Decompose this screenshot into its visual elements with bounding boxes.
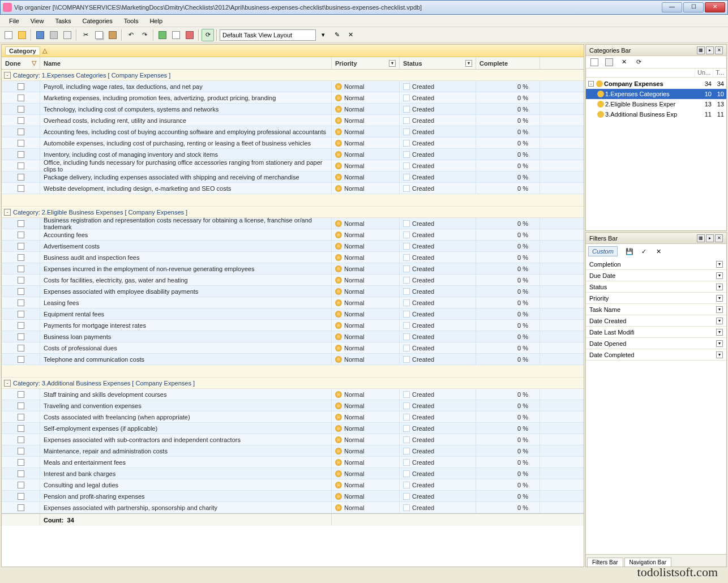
filter-row[interactable]: Due Date▾ [586,270,726,281]
chevron-down-icon[interactable]: ▾ [716,261,723,268]
done-checkbox[interactable] [18,345,24,351]
maximize-button[interactable]: ☐ [683,2,704,12]
done-checkbox[interactable] [18,482,24,488]
task-row[interactable]: Costs associated with freelancing (when … [2,411,584,423]
task-row[interactable]: Traveling and convention expensesNormalC… [2,400,584,411]
toolbar-layout-save-icon[interactable]: ▾ [317,29,329,41]
task-row[interactable]: Expenses associated with employee disabi… [2,286,584,297]
task-row[interactable]: Accounting fees, including cost of buyin… [2,126,584,138]
done-checkbox[interactable] [18,356,24,363]
toolbar-paste-icon[interactable] [106,29,119,41]
chevron-down-icon[interactable]: ▾ [716,295,723,302]
task-row[interactable]: Business registration and representation… [2,218,584,229]
menu-tools[interactable]: Tools [119,16,143,25]
toolbar-layout-del-icon[interactable]: ✕ [344,29,357,41]
task-row[interactable]: Self-employment expenses (if applicable)… [2,423,584,434]
layout-combo[interactable]: Default Task View Layout [220,29,316,41]
minimize-button[interactable]: — [662,2,682,12]
side-tab[interactable]: Filters Bar [587,558,623,567]
done-checkbox[interactable] [18,277,24,284]
toolbar-save-icon[interactable] [34,29,46,41]
toolbar-refresh-icon[interactable]: ⟳ [202,29,214,41]
expand-icon[interactable]: - [588,81,594,87]
toolbar-layout-tool-icon[interactable]: ✎ [331,29,343,41]
done-checkbox[interactable] [18,414,24,421]
done-checkbox[interactable] [18,504,24,511]
chevron-down-icon[interactable]: ▾ [716,340,723,347]
task-row[interactable]: Payroll, including wage rates, tax deduc… [2,81,584,92]
done-checkbox[interactable] [18,232,24,238]
task-row[interactable]: Advertisement costsNormalCreated0 % [2,241,584,252]
task-row[interactable]: Website development, including design, e… [2,183,584,194]
filter-preset-chip[interactable]: Custom [588,246,618,256]
toolbar-print-icon[interactable] [48,29,60,41]
filter-row[interactable]: Date Opened▾ [586,338,726,349]
task-row[interactable]: Staff training and skills development co… [2,389,584,400]
done-checkbox[interactable] [18,425,24,432]
group-header[interactable]: -Category: 3.Additional Business Expense… [2,378,584,389]
panel-close-icon[interactable]: ✕ [715,46,723,54]
toolbar-undo-icon[interactable]: ↶ [125,29,137,41]
task-row[interactable]: Technology, including cost of computers,… [2,104,584,115]
cat-refresh-icon[interactable]: ⟳ [632,56,645,68]
toolbar-preview-icon[interactable] [61,29,74,41]
close-button[interactable]: ✕ [705,2,725,12]
expand-icon[interactable]: - [4,72,11,79]
toolbar-copy-icon[interactable] [93,29,105,41]
done-checkbox[interactable] [18,185,24,192]
done-checkbox[interactable] [18,391,24,398]
task-row[interactable]: Leasing feesNormalCreated0 % [2,297,584,308]
menu-file[interactable]: File [5,16,24,25]
panel-menu-icon[interactable]: ▦ [697,234,705,242]
group-chip[interactable]: Category [5,46,40,55]
cat-edit-icon[interactable] [603,56,615,68]
done-checkbox[interactable] [18,493,24,500]
done-checkbox[interactable] [18,128,24,135]
cat-add-icon[interactable] [588,56,601,68]
done-checkbox[interactable] [18,448,24,455]
toolbar-cut-icon[interactable]: ✂ [79,29,92,41]
category-node[interactable]: 2.Eligible Business Exper1313 [586,99,726,109]
chevron-down-icon[interactable]: ▾ [716,329,723,336]
task-row[interactable]: Meals and entertainment feesNormalCreate… [2,457,584,468]
panel-pin-icon[interactable]: ▸ [706,46,714,54]
toolbar-redo-icon[interactable]: ↷ [138,29,151,41]
done-checkbox[interactable] [18,220,24,227]
col-name[interactable]: Name [40,57,332,69]
done-checkbox[interactable] [18,265,24,272]
filter-row[interactable]: Status▾ [586,281,726,293]
toolbar-deltask-icon[interactable] [183,29,196,41]
task-row[interactable]: Package delivery, including expenses ass… [2,172,584,183]
category-node[interactable]: -Company Expenses3434 [586,79,726,89]
filter-row[interactable]: Date Completed▾ [586,349,726,361]
chevron-down-icon[interactable]: ▾ [716,272,723,279]
filter-apply-icon[interactable]: ✓ [638,245,650,258]
col-complete[interactable]: Complete [476,57,540,69]
done-checkbox[interactable] [18,470,24,477]
done-checkbox[interactable] [18,140,24,147]
menu-help[interactable]: Help [145,16,167,25]
task-row[interactable]: Automobile expenses, including cost of p… [2,138,584,149]
category-node[interactable]: 1.Expenses Categories1010 [586,89,726,99]
toolbar-open-icon[interactable] [16,29,28,41]
done-checkbox[interactable] [18,254,24,261]
chevron-down-icon[interactable]: ▾ [716,351,723,358]
done-checkbox[interactable] [18,459,24,466]
group-by-bar[interactable]: Category △ [2,45,584,57]
filter-clear-icon[interactable]: ✕ [653,245,665,258]
done-checkbox[interactable] [18,322,24,329]
done-checkbox[interactable] [18,174,24,181]
menu-tasks[interactable]: Tasks [50,16,75,25]
done-checkbox[interactable] [18,299,24,306]
col-status[interactable]: Status▾ [400,57,476,69]
filter-row[interactable]: Date Last Modifi▾ [586,327,726,338]
task-row[interactable]: Maintenance, repair and administration c… [2,445,584,457]
filter-row[interactable]: Task Name▾ [586,304,726,315]
done-checkbox[interactable] [18,106,24,113]
task-row[interactable]: Telephone and communication costsNormalC… [2,354,584,365]
menu-categories[interactable]: Categories [78,16,117,25]
expand-icon[interactable]: - [4,380,11,387]
done-checkbox[interactable] [18,311,24,318]
col-done[interactable]: Done▽ [2,57,40,69]
filter-row[interactable]: Date Created▾ [586,315,726,327]
